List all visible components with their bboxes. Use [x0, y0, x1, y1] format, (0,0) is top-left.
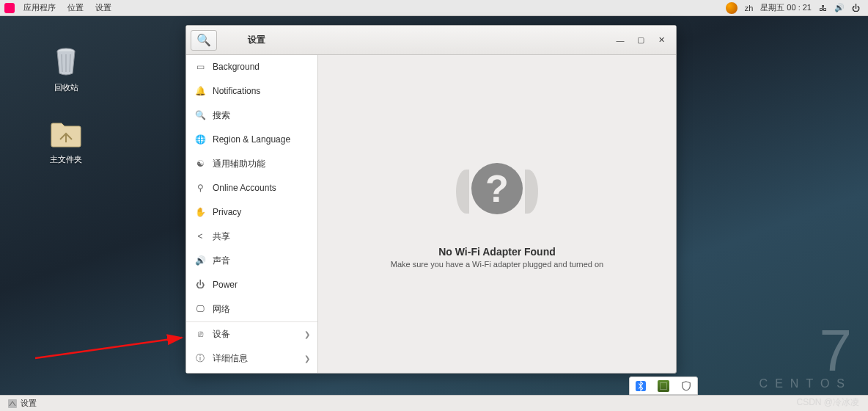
- sidebar-item-region-language[interactable]: 🌐Region & Language: [186, 128, 317, 152]
- csdn-watermark: CSDN @冷冰凌: [796, 396, 859, 409]
- sidebar-item-details[interactable]: ⓘ详细信息❯: [186, 346, 317, 371]
- sidebar-item-notifications[interactable]: 🔔Notifications: [186, 79, 317, 103]
- settings-task-icon: [7, 399, 18, 409]
- sidebar-item-privacy[interactable]: ✋Privacy: [186, 200, 317, 225]
- sidebar-item-power[interactable]: ⏻Power: [186, 273, 317, 297]
- user-avatar[interactable]: [722, 2, 741, 14]
- window-minimize-button[interactable]: —: [614, 34, 626, 46]
- taskbar-item-settings[interactable]: 设置: [3, 396, 41, 411]
- share-icon: <: [195, 231, 205, 241]
- bottom-taskbar: 设置: [0, 395, 868, 411]
- top-panel: 应用程序 位置 设置 zh 星期五 00 : 21 🖧 🔊 ⏻: [0, 0, 868, 16]
- window-title: 设置: [223, 34, 603, 46]
- chevron-right-icon: ❯: [304, 354, 310, 363]
- details-icon: ⓘ: [195, 353, 205, 363]
- home-folder-icon: [48, 116, 84, 151]
- menu-places[interactable]: 位置: [62, 2, 89, 13]
- power-icon: ⏻: [195, 280, 205, 290]
- settings-window: 🔍 设置 — ▢ ✕ ▭Background 🔔Notifications 🔍搜…: [185, 25, 677, 374]
- volume-tray-icon[interactable]: 🔊: [831, 3, 848, 12]
- window-close-button[interactable]: ✕: [655, 34, 667, 46]
- network-tray-icon[interactable]: 🖧: [815, 4, 831, 12]
- centos-watermark: 7 CENTOS: [760, 330, 852, 390]
- accessibility-icon: ☯: [195, 159, 205, 169]
- sidebar-item-sharing[interactable]: <共享: [186, 225, 317, 249]
- clock[interactable]: 星期五 00 : 21: [757, 2, 815, 13]
- sidebar-item-network[interactable]: 🖵网络: [186, 297, 317, 321]
- window-maximize-button[interactable]: ▢: [635, 34, 647, 46]
- shield-icon[interactable]: [680, 380, 692, 392]
- nvidia-icon[interactable]: [658, 380, 669, 392]
- settings-sidebar: ▭Background 🔔Notifications 🔍搜索 🌐Region &…: [186, 55, 318, 373]
- content-message-subtitle: Make sure you have a Wi-Fi adapter plugg…: [391, 260, 603, 269]
- desktop-icon-home[interactable]: 主文件夹: [37, 116, 95, 165]
- window-titlebar[interactable]: 🔍 设置 — ▢ ✕: [186, 26, 676, 55]
- content-message-title: No Wi-Fi Adapter Found: [438, 246, 556, 258]
- sidebar-item-online-accounts[interactable]: ⚲Online Accounts: [186, 176, 317, 200]
- svg-rect-2: [8, 399, 17, 408]
- sidebar-item-sound[interactable]: 🔊声音: [186, 249, 317, 273]
- taskbar-item-label: 设置: [21, 398, 37, 409]
- input-method-indicator[interactable]: zh: [741, 4, 757, 12]
- power-tray-icon[interactable]: ⏻: [848, 4, 864, 12]
- sidebar-item-accessibility[interactable]: ☯通用辅助功能: [186, 152, 317, 176]
- settings-content-pane: ? No Wi-Fi Adapter Found Make sure you h…: [318, 55, 676, 373]
- sidebar-item-devices[interactable]: ⎚设备❯: [186, 322, 317, 346]
- desktop-icon-trash[interactable]: 回收站: [37, 44, 95, 93]
- bell-icon: 🔔: [195, 86, 205, 96]
- menu-applications[interactable]: 应用程序: [18, 2, 62, 13]
- no-wifi-icon: ?: [460, 159, 534, 233]
- search-icon: 🔍: [196, 33, 211, 47]
- search-icon: 🔍: [195, 110, 205, 120]
- sound-icon: 🔊: [195, 255, 205, 266]
- desktop-icon-label: 回收站: [37, 82, 95, 93]
- annotation-arrow: [35, 316, 189, 360]
- system-tray-popup: [629, 377, 698, 395]
- menu-settings[interactable]: 设置: [89, 2, 117, 13]
- avatar-icon: [726, 2, 738, 14]
- trash-icon: [48, 44, 84, 79]
- devices-icon: ⎚: [195, 329, 205, 339]
- display-icon: ▭: [195, 62, 205, 72]
- sidebar-item-background[interactable]: ▭Background: [186, 55, 317, 79]
- sidebar-item-search[interactable]: 🔍搜索: [186, 103, 317, 128]
- globe-icon: 🌐: [195, 134, 205, 145]
- chevron-right-icon: ❯: [304, 330, 310, 338]
- privacy-icon: ✋: [195, 207, 205, 217]
- svg-line-1: [35, 338, 182, 358]
- distro-logo-icon: [4, 3, 15, 13]
- desktop-icon-label: 主文件夹: [37, 154, 95, 165]
- accounts-icon: ⚲: [195, 183, 205, 193]
- titlebar-search-button[interactable]: 🔍: [191, 30, 217, 51]
- network-icon: 🖵: [195, 304, 205, 314]
- bluetooth-icon[interactable]: [635, 380, 647, 392]
